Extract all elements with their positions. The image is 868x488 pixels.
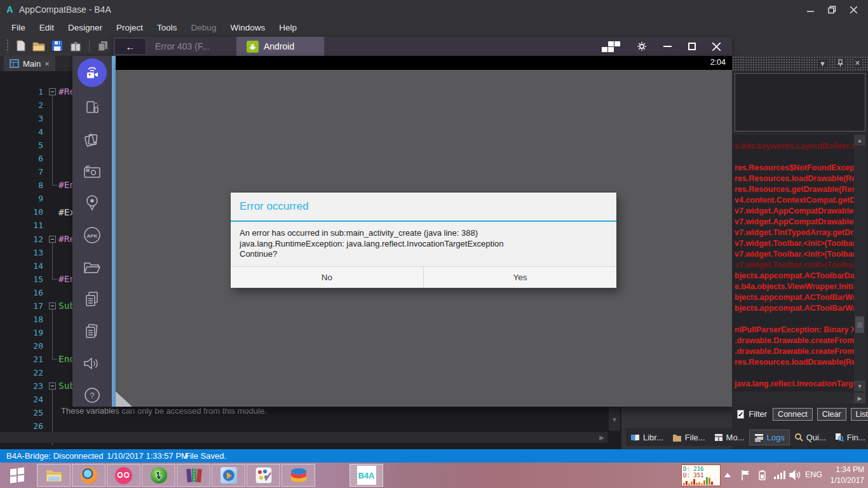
taskbar-idm[interactable] — [142, 464, 175, 487]
minimize-icon[interactable] — [663, 45, 672, 48]
copy-icon[interactable] — [83, 288, 102, 311]
editor-hscrollbar[interactable]: ▶ — [0, 432, 607, 443]
taskbar-firefox[interactable] — [72, 464, 105, 487]
menu-item[interactable]: Debug — [185, 21, 223, 34]
close-icon[interactable] — [712, 43, 721, 51]
menu-item[interactable]: Tools — [151, 21, 184, 34]
no-button[interactable]: No — [231, 267, 423, 288]
scroll-right-icon[interactable]: ▶ — [854, 393, 865, 403]
language-indicator[interactable]: ENG — [805, 470, 822, 479]
taskbar-bluestacks[interactable] — [281, 464, 315, 487]
taskbar-b4a[interactable]: B4A — [349, 464, 383, 487]
tab-files[interactable]: File... — [668, 430, 710, 445]
yes-button[interactable]: Yes — [423, 267, 616, 288]
package-icon[interactable] — [69, 39, 83, 53]
log-line: res.Resources.getDrawable(Resourc — [735, 184, 854, 195]
close-panel-icon[interactable]: ✕ — [853, 59, 862, 67]
android-screen[interactable]: 2:04 Error occurred An error has occurre… — [116, 56, 732, 407]
line-number: 11 — [0, 219, 43, 232]
resize-corner[interactable] — [116, 391, 132, 407]
tab-error-403[interactable]: Error 403 (F... — [146, 41, 236, 51]
volume-icon[interactable] — [789, 470, 801, 480]
taskbar-clock[interactable]: 1:34 PM 1/10/2017 — [824, 464, 864, 486]
help-icon[interactable]: ? — [83, 384, 102, 407]
back-button[interactable]: ← — [114, 38, 146, 55]
log-output[interactable]: e.b4a.keywords.LayoutBuilder.loadres.Res… — [732, 135, 854, 391]
taskbar-wmp[interactable] — [212, 464, 245, 487]
book-icon — [630, 433, 640, 442]
clear-button[interactable]: Clear — [817, 408, 846, 421]
stream-button[interactable] — [78, 58, 107, 87]
toolbar-grip — [6, 39, 9, 53]
line-number-gutter: 1234567891011121314151617181920212223242… — [0, 85, 43, 433]
taskbar-oo-app[interactable]: OO — [107, 464, 140, 487]
line-number: 20 — [0, 339, 43, 353]
minimize-button[interactable] — [799, 2, 821, 17]
menu-item[interactable]: Help — [273, 21, 303, 34]
scroll-up-icon[interactable]: ▲ — [854, 135, 865, 146]
scroll-thumb[interactable] — [855, 316, 864, 333]
action-center-flag-icon[interactable] — [741, 470, 750, 481]
maximize-icon[interactable] — [688, 43, 696, 50]
chevron-down-icon[interactable]: ▼ — [818, 60, 827, 67]
scroll-right-icon[interactable]: ▶ — [596, 432, 607, 443]
fold-toggle[interactable] — [49, 88, 56, 95]
network-monitor-widget[interactable]: D: 216 U: 351 — [681, 464, 721, 486]
menu-item[interactable]: Windows — [224, 21, 271, 34]
dialog-message: An error has occurred in sub:main_activi… — [240, 228, 608, 260]
tab-modules[interactable]: Mo... — [710, 430, 749, 445]
taskbar-winrar[interactable] — [177, 464, 210, 487]
menu-item[interactable]: Edit — [33, 21, 60, 34]
start-button[interactable] — [0, 463, 34, 488]
new-file-icon[interactable] — [13, 39, 27, 53]
copy-icon[interactable] — [96, 39, 110, 53]
battery-icon[interactable] — [757, 470, 768, 480]
screenshot-camera-icon[interactable] — [83, 160, 102, 183]
restore-button[interactable] — [821, 2, 843, 17]
filter-checkbox[interactable]: ✓ — [737, 410, 744, 419]
keymap-icon[interactable] — [602, 41, 620, 52]
dialog-message-line: java.lang.RuntimeException: java.lang.re… — [240, 239, 608, 250]
install-apk-icon[interactable]: APK — [83, 224, 102, 247]
net-download: D: 216 — [683, 466, 704, 472]
menu-item[interactable]: Project — [110, 21, 149, 34]
fold-guide-foot — [52, 359, 57, 360]
location-pin-icon[interactable] — [83, 192, 102, 215]
android-robot-icon — [247, 41, 259, 53]
tab-android[interactable]: Android — [236, 37, 324, 56]
open-project-icon[interactable] — [32, 39, 46, 53]
scroll-down-icon[interactable]: ▼ — [609, 414, 620, 425]
menu-item[interactable]: Designer — [62, 21, 109, 34]
connect-button[interactable]: Connect — [773, 408, 813, 421]
scroll-down-icon[interactable]: ▼ — [854, 381, 865, 391]
fold-toggle[interactable] — [49, 383, 56, 390]
tab-quick-search[interactable]: Qui... — [790, 430, 831, 445]
volume-icon[interactable] — [83, 351, 102, 374]
tab-close-icon[interactable]: × — [44, 59, 50, 69]
shake-icon[interactable] — [83, 128, 102, 151]
dialog-title: Error occurred — [240, 200, 309, 213]
fold-toggle[interactable] — [49, 236, 56, 243]
taskbar-paint[interactable] — [247, 464, 280, 487]
log-hscrollbar[interactable]: ▶ — [735, 393, 865, 403]
pin-icon[interactable] — [836, 59, 845, 67]
close-button[interactable] — [843, 2, 864, 17]
show-hidden-icons[interactable] — [724, 473, 731, 477]
menu-item[interactable]: File — [5, 21, 32, 34]
taskbar-explorer[interactable] — [37, 464, 71, 487]
network-signal-icon[interactable] — [774, 471, 785, 479]
tool-window-tabs: Libr... File... Mo... Logs Qui... Fin... — [626, 428, 868, 446]
list-permissions-button[interactable]: List Permissions — [851, 408, 868, 421]
fold-toggle[interactable] — [49, 302, 56, 309]
firefox-icon — [81, 467, 97, 484]
tab-main[interactable]: Main × — [4, 56, 55, 71]
tab-libraries[interactable]: Libr... — [626, 430, 668, 445]
tab-find[interactable]: Fin... — [831, 430, 868, 445]
settings-gear-icon[interactable] — [637, 41, 647, 51]
tab-logs[interactable]: Logs — [749, 430, 790, 445]
media-folder-icon[interactable] — [83, 256, 102, 279]
save-icon[interactable] — [50, 39, 64, 53]
rotate-device-icon[interactable] — [83, 96, 102, 119]
paste-icon[interactable] — [83, 320, 102, 342]
log-vscrollbar[interactable]: ▲ ▼ — [854, 135, 865, 391]
